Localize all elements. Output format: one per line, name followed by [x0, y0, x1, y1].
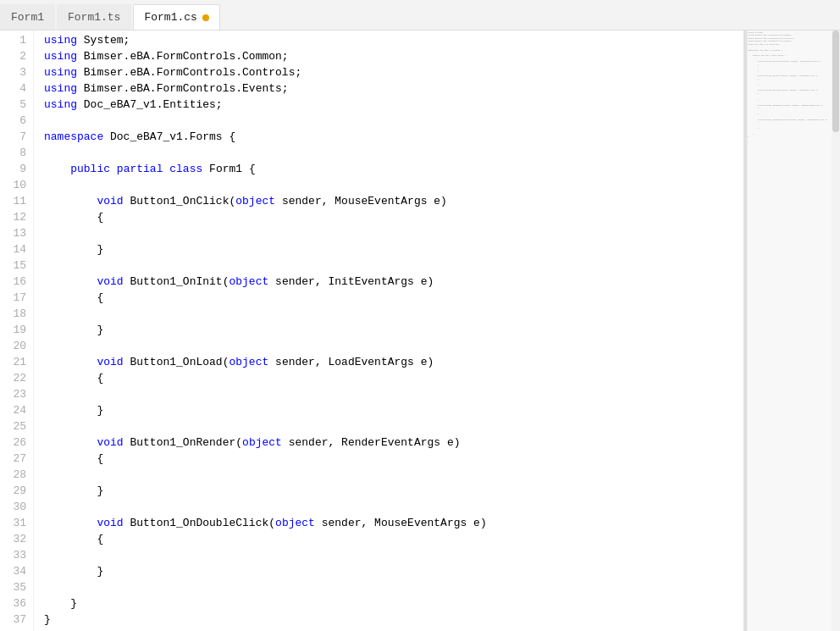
- minimap-line: }: [748, 69, 832, 71]
- code-line: }: [44, 563, 743, 579]
- minimap-line: {: [748, 121, 832, 124]
- code-line: [44, 257, 743, 274]
- tab-form1-ts[interactable]: Form1.ts: [57, 4, 131, 30]
- minimap-line: }: [748, 127, 832, 130]
- line-number: 32: [0, 531, 26, 547]
- token: [44, 163, 70, 175]
- line-number: 10: [0, 177, 26, 193]
- line-number: 24: [0, 402, 26, 418]
- line-number: 21: [0, 354, 26, 370]
- token: using: [44, 34, 77, 47]
- token: object: [235, 195, 275, 208]
- line-number: 11: [0, 193, 26, 209]
- token: void: [97, 356, 123, 368]
- minimap-line: namespace Doc_eBA7_v1.Forms {: [748, 48, 832, 51]
- line-number: 30: [0, 499, 26, 515]
- line-number: 2: [0, 48, 26, 64]
- token: {: [44, 372, 103, 385]
- minimap-line: void Button1_OnDoubleClick(object sender…: [748, 118, 832, 120]
- code-line: using Doc_eBA7_v1.Entities;: [44, 97, 743, 113]
- minimap-line: }: [748, 136, 832, 138]
- token: }: [44, 613, 51, 626]
- code-line: {: [44, 209, 743, 225]
- token: Bimser.eBA.FormControls.Controls;: [77, 66, 301, 79]
- code-line: }: [44, 612, 743, 628]
- editor-container: 1234567891011121314151617181920212223242…: [0, 30, 840, 631]
- token: }: [44, 565, 103, 578]
- token: Button1_OnClick(: [124, 195, 236, 208]
- scrollbar-thumb[interactable]: [832, 30, 839, 132]
- minimap-line: {: [748, 107, 832, 109]
- minimap-line: [748, 109, 832, 112]
- line-numbers: 1234567891011121314151617181920212223242…: [0, 30, 34, 631]
- token: using: [44, 98, 77, 111]
- token: [110, 163, 117, 175]
- line-number: 28: [0, 467, 26, 483]
- tab-form1-cs[interactable]: Form1.cs: [133, 4, 219, 30]
- code-editor[interactable]: using System;using Bimser.eBA.FormContro…: [34, 30, 743, 631]
- token: [44, 275, 97, 288]
- token: object: [229, 275, 268, 288]
- token: void: [97, 436, 123, 449]
- minimap-line: [748, 115, 832, 118]
- line-number: 15: [0, 257, 26, 274]
- code-line: {: [44, 370, 743, 386]
- token: }: [44, 404, 103, 417]
- minimap-line: [748, 58, 832, 60]
- code-line: {: [44, 451, 743, 467]
- code-line: void Button1_OnLoad(object sender, LoadE…: [44, 354, 743, 370]
- tab-form1-cs-label: Form1.cs: [144, 11, 196, 24]
- minimap-line: using Bimser.eBA.FormControls.Controls;: [748, 37, 832, 40]
- minimap: using System;using Bimser.eBA.FormContro…: [747, 30, 832, 631]
- token: void: [97, 195, 123, 208]
- minimap-line: [748, 52, 832, 54]
- line-number: 31: [0, 515, 26, 531]
- code-line: }: [44, 402, 743, 418]
- minimap-line: {: [748, 77, 832, 80]
- minimap-line: void Button1_OnLoad(object sender, LoadE…: [748, 89, 832, 91]
- minimap-line: [748, 46, 832, 48]
- token: sender, MouseEventArgs e): [315, 517, 487, 529]
- line-number: 1: [0, 32, 26, 48]
- token: [44, 517, 97, 529]
- minimap-line: using Bimser.eBA.FormControls.Events;: [748, 40, 832, 42]
- token: System;: [77, 34, 130, 47]
- code-line: [44, 338, 743, 354]
- token: [44, 356, 97, 368]
- line-number: 34: [0, 563, 26, 579]
- code-line: }: [44, 322, 743, 338]
- line-number: 17: [0, 290, 26, 306]
- token: Bimser.eBA.FormControls.Events;: [77, 82, 289, 95]
- token: public: [70, 163, 110, 175]
- line-number: 33: [0, 547, 26, 563]
- code-line: [44, 499, 743, 515]
- code-line: void Button1_OnInit(object sender, InitE…: [44, 274, 743, 290]
- code-line: [44, 386, 743, 402]
- tab-bar: Form1 Form1.ts Form1.cs: [0, 0, 840, 30]
- token: [44, 195, 97, 208]
- token: sender, LoadEventArgs e): [268, 356, 434, 368]
- minimap-line: public partial class Form1 {: [748, 54, 832, 57]
- minimap-line: [748, 66, 832, 69]
- tab-form1-ts-label: Form1.ts: [68, 11, 120, 24]
- token: object: [242, 436, 282, 449]
- token: partial: [117, 163, 163, 175]
- token: sender, MouseEventArgs e): [275, 195, 447, 208]
- line-number: 27: [0, 451, 26, 467]
- code-line: [44, 467, 743, 483]
- minimap-line: [748, 86, 832, 89]
- line-number: 37: [0, 612, 26, 628]
- token: Doc_eBA7_v1.Forms {: [103, 130, 235, 143]
- token: sender, RenderEventArgs e): [282, 436, 461, 449]
- minimap-line: void Button1_OnInit(object sender, InitE…: [748, 75, 832, 77]
- code-line: using Bimser.eBA.FormControls.Events;: [44, 80, 743, 97]
- code-line: [44, 418, 743, 435]
- token: void: [97, 275, 123, 288]
- code-line: public partial class Form1 {: [44, 161, 743, 177]
- token: object: [275, 517, 315, 529]
- tab-form1[interactable]: Form1: [0, 4, 55, 30]
- token: {: [44, 291, 103, 304]
- token: object: [229, 356, 268, 368]
- scrollbar[interactable]: [832, 30, 840, 631]
- line-number: 9: [0, 161, 26, 177]
